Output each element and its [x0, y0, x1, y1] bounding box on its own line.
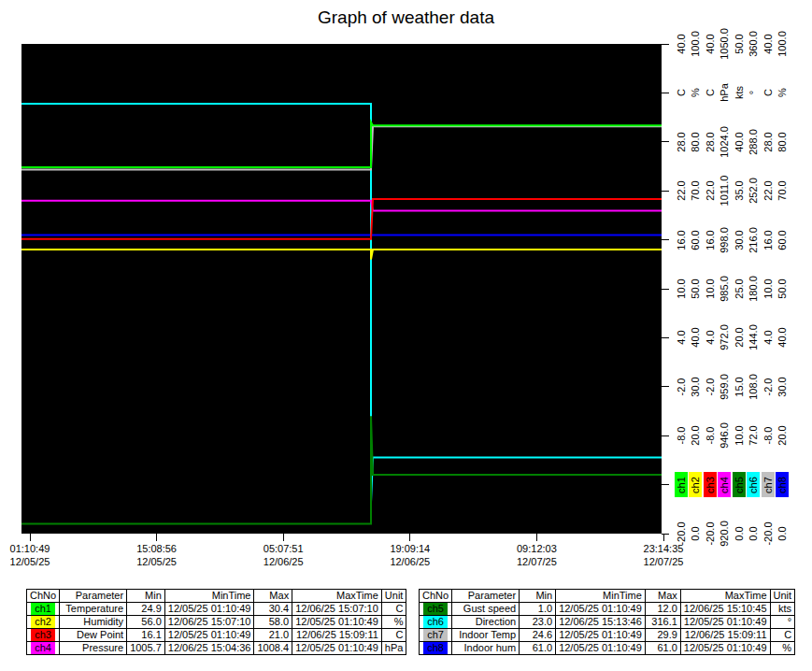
- table-header-mintime: MinTime: [556, 590, 646, 603]
- cell-mintime: 12/05/25 01:10:49: [164, 603, 254, 616]
- table-header-maxtime: MaxTime: [680, 590, 770, 603]
- y-axis-tick-label-ch8: 70.0: [776, 180, 788, 200]
- y-axis-unit-ch6: °: [748, 91, 759, 94]
- cell-chno: ch3: [27, 629, 60, 642]
- cell-max: 21.0: [254, 629, 292, 642]
- y-axis-tick: [662, 534, 669, 535]
- cell-unit: hPa: [381, 642, 406, 655]
- stats-table-left: ChNoParameterMinMinTimeMaxMaxTimeUnitch1…: [26, 589, 406, 655]
- cell-unit: °: [770, 616, 795, 629]
- cell-min: 23.0: [520, 616, 556, 629]
- x-axis-label-date: 12/07/25: [621, 555, 705, 568]
- channel-legend-label: ch2: [690, 477, 701, 493]
- y-axis-tick-label-ch8: 60.0: [776, 230, 788, 250]
- weather-graph-window: Graph of weather data 01:10:4912/05/2515…: [0, 0, 812, 671]
- x-axis-label-date: 12/05/25: [0, 555, 72, 568]
- y-axis-tick-label-ch6: 252.0: [748, 178, 759, 204]
- cell-parameter: Direction: [452, 616, 520, 629]
- y-axis-tick-label-ch4: 1011.0: [719, 176, 730, 207]
- table-header-chno: ChNo: [420, 590, 452, 603]
- cell-mintime: 12/06/25 15:04:36: [164, 642, 254, 655]
- x-axis-label-time: 15:08:56: [115, 542, 199, 555]
- cell-maxtime: 12/05/25 01:10:49: [680, 642, 770, 655]
- y-axis-tick-label-ch1: 40.0: [676, 34, 687, 53]
- y-axis-tick-label-ch6: 144.0: [748, 325, 759, 351]
- table-header-min: Min: [520, 590, 556, 603]
- cell-parameter: Indoor hum: [452, 642, 520, 655]
- channel-legend-box-ch1: ch1: [675, 472, 688, 497]
- y-axis-tick-label-ch1: 16.0: [676, 230, 687, 250]
- y-axis-tick-label-ch2: 50.0: [690, 278, 701, 298]
- y-axis-tick-label-ch7: 10.0: [762, 278, 774, 298]
- cell-mintime: 12/06/25 15:13:46: [556, 616, 646, 629]
- table-row-ch5: ch5Gust speed1.012/05/25 01:10:4912.012/…: [420, 603, 795, 616]
- table-header-max: Max: [645, 590, 680, 603]
- y-axis-tick-label-ch3: -2.0: [705, 378, 716, 395]
- y-axis-tick: [662, 386, 669, 387]
- x-axis-label: 01:10:4912/05/25: [0, 542, 72, 568]
- cell-chno: ch2: [27, 616, 60, 629]
- y-axis-tick-label-ch4: 920.0: [719, 521, 730, 547]
- y-axis-tick-label-ch4: 972.0: [719, 325, 730, 351]
- x-axis-label: 09:12:0312/07/25: [494, 542, 578, 568]
- channel-badge-ch7: ch7: [423, 629, 448, 641]
- cell-unit: %: [770, 642, 795, 655]
- y-axis-tick-label-ch6: 216.0: [748, 227, 759, 253]
- table-header-parameter: Parameter: [60, 590, 127, 603]
- cell-maxtime: 12/06/25 15:09:11: [680, 629, 770, 642]
- y-axis-tick-label-ch6: 108.0: [748, 374, 759, 400]
- table-header-mintime: MinTime: [164, 590, 254, 603]
- x-axis-tick: [283, 534, 284, 541]
- y-axis-tick-label-ch8: 100.0: [776, 31, 788, 57]
- y-axis-tick-label-ch5: 0.0: [734, 526, 745, 540]
- y-axis-unit-ch5: kts: [734, 86, 745, 99]
- stats-table-right: ChNoParameterMinMinTimeMaxMaxTimeUnitch5…: [419, 589, 795, 655]
- y-axis-tick: [662, 44, 669, 45]
- cell-chno: ch7: [420, 629, 452, 642]
- cell-parameter: Pressure: [60, 642, 127, 655]
- y-axis-tick-label-ch3: -8.0: [705, 427, 716, 445]
- table-header-maxtime: MaxTime: [292, 590, 382, 603]
- cell-min: 24.9: [127, 603, 165, 616]
- y-axis-tick-label-ch5: 10.0: [734, 425, 745, 445]
- cell-mintime: 12/05/25 01:10:49: [556, 642, 646, 655]
- cell-mintime: 12/05/25 01:10:49: [164, 629, 254, 642]
- cell-chno: ch1: [27, 603, 60, 616]
- y-axis-unit-ch7: C: [762, 89, 774, 96]
- table-header-parameter: Parameter: [452, 590, 520, 603]
- x-axis-label: 15:08:5612/05/25: [115, 542, 199, 568]
- table-row-ch1: ch1Temperature24.912/05/25 01:10:4930.41…: [27, 603, 406, 616]
- x-axis-label-date: 12/07/25: [494, 555, 578, 568]
- x-axis-label-date: 12/06/25: [241, 555, 325, 568]
- y-axis-tick: [662, 191, 669, 192]
- y-axis-tick-label-ch6: 0.0: [748, 526, 759, 540]
- cell-max: 316.1: [645, 616, 680, 629]
- channel-legend-label: ch5: [734, 477, 745, 493]
- cell-unit: C: [381, 603, 406, 616]
- y-axis-tick: [662, 141, 669, 142]
- y-axis-tick-label-ch2: 60.0: [690, 230, 701, 250]
- x-axis-tick: [156, 534, 157, 541]
- cell-max: 1008.4: [254, 642, 292, 655]
- y-axis-tick-label-ch2: 30.0: [690, 377, 701, 396]
- plot-canvas: [21, 44, 662, 534]
- table-row-ch4: ch4Pressure1005.712/06/25 15:04:361008.4…: [27, 642, 406, 655]
- table-row-ch3: ch3Dew Point16.112/05/25 01:10:4921.012/…: [27, 629, 406, 642]
- y-axis-tick-label-ch1: -8.0: [676, 427, 687, 445]
- y-axis-tick-label-ch1: -2.0: [676, 378, 687, 395]
- series-line-ch1: [21, 122, 662, 167]
- cell-unit: C: [770, 629, 795, 642]
- y-axis-tick-label-ch2: 80.0: [690, 132, 701, 151]
- y-axis-tick-label-ch3: 16.0: [705, 230, 716, 250]
- channel-legend-box-ch6: ch6: [747, 472, 760, 497]
- channel-legend-box-ch8: ch8: [776, 472, 789, 497]
- x-axis-tick: [30, 534, 31, 541]
- cell-parameter: Gust speed: [452, 603, 520, 616]
- channel-badge-ch1: ch1: [31, 603, 55, 615]
- channel-legend-label: ch1: [676, 477, 687, 493]
- y-axis-unit-ch8: %: [776, 89, 788, 98]
- channel-badge-ch2: ch2: [31, 616, 55, 628]
- y-axis-tick-label-ch8: 20.0: [776, 425, 788, 445]
- cell-min: 56.0: [127, 616, 165, 629]
- y-axis-tick-label-ch3: 22.0: [705, 180, 716, 200]
